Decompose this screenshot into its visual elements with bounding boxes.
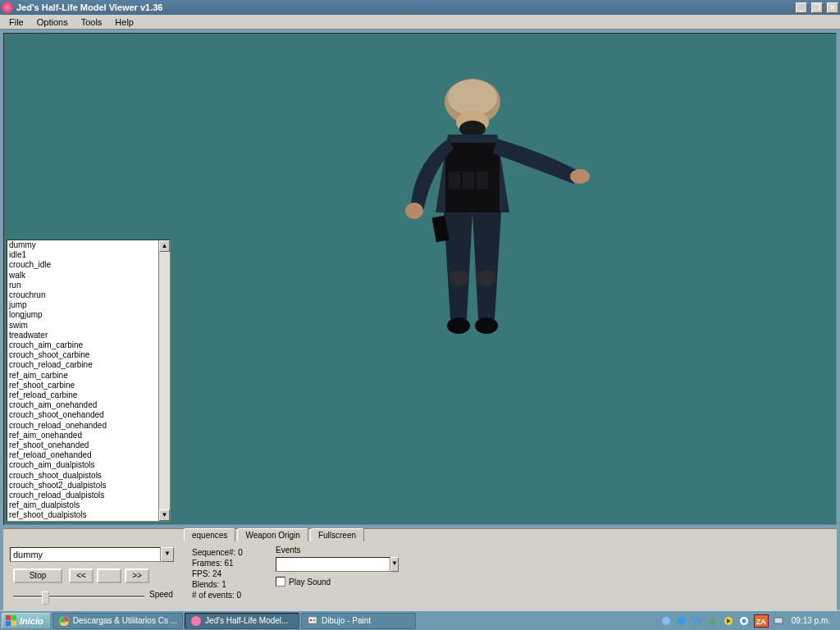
minimize-button[interactable]: _ xyxy=(796,2,807,13)
sequence-item[interactable]: crouch_reload_carbine xyxy=(7,360,158,370)
tab-sequences[interactable]: equences xyxy=(184,528,235,541)
sequence-item[interactable]: crouch_aim_carbine xyxy=(7,340,158,350)
scroll-down-button[interactable]: ▼ xyxy=(159,509,170,521)
playsound-group: Play Sound xyxy=(276,577,331,587)
tray-icon[interactable] xyxy=(676,615,687,627)
chevron-down-icon[interactable]: ▼ xyxy=(390,557,399,572)
events-dropdown[interactable]: ▼ xyxy=(276,557,366,572)
maximize-button[interactable]: ❐ xyxy=(811,2,823,13)
menu-tools[interactable]: Tools xyxy=(75,16,108,28)
fps-label: FPS: xyxy=(192,569,210,578)
app-icon xyxy=(2,2,13,13)
svg-point-21 xyxy=(191,616,201,626)
taskbar-item-2[interactable]: Dibujo - Paint xyxy=(301,613,416,629)
playsound-label: Play Sound xyxy=(289,578,331,587)
tray-icon[interactable] xyxy=(660,615,672,627)
sequence-item[interactable]: ref_shoot_carbine xyxy=(7,381,158,390)
tab-weapon-origin[interactable]: Weapon Origin xyxy=(237,528,308,541)
svg-rect-16 xyxy=(11,615,16,620)
sequence-dropdown[interactable]: ▼ xyxy=(10,547,174,562)
control-panel: equences Weapon Origin Fullscreen ▼ Stop… xyxy=(3,528,837,610)
svg-text:W: W xyxy=(692,615,703,627)
tab-fullscreen[interactable]: Fullscreen xyxy=(310,528,364,541)
stop-button[interactable]: Stop xyxy=(13,568,62,583)
next-frame-button[interactable]: >> xyxy=(125,568,149,583)
sequence-item[interactable]: crouch_idle xyxy=(7,260,158,270)
sequence-item[interactable]: crouch_reload_onehanded xyxy=(7,421,158,431)
sequence-item[interactable]: crouch_shoot2_dualpistols xyxy=(7,481,158,491)
sequence-item[interactable]: ref_shoot_dualpistols xyxy=(7,510,158,520)
sequence-item[interactable]: dummy xyxy=(7,240,158,250)
svg-point-24 xyxy=(313,619,316,621)
svg-rect-5 xyxy=(449,171,460,189)
chrome-icon xyxy=(58,615,70,627)
sequence-item[interactable]: crouch_shoot_carbine xyxy=(7,350,158,360)
tray-icon[interactable] xyxy=(738,615,750,627)
sequence-item[interactable]: run xyxy=(7,281,158,290)
sequence-item[interactable]: jump xyxy=(7,300,158,310)
svg-point-13 xyxy=(447,317,470,334)
sequence-info: Sequence#: 0 Frames: 61 FPS: 24 Blends: … xyxy=(192,547,243,600)
prev-frame-button[interactable]: << xyxy=(69,568,94,583)
svg-rect-6 xyxy=(463,171,474,189)
svg-rect-7 xyxy=(477,171,488,189)
start-button[interactable]: Inicio xyxy=(2,613,51,629)
sequence-item[interactable]: walk xyxy=(7,271,158,281)
menu-options[interactable]: Options xyxy=(31,16,74,28)
tray-icon[interactable] xyxy=(723,615,734,627)
close-button[interactable]: ✕ xyxy=(827,2,838,13)
play-button[interactable] xyxy=(97,568,121,583)
sequence-item[interactable]: ref_shoot_onehanded xyxy=(7,441,158,450)
fps-value: 24 xyxy=(212,569,221,578)
svg-point-8 xyxy=(405,203,423,219)
sequence-item[interactable]: idle1 xyxy=(7,250,158,260)
clock[interactable]: 09:13 p.m. xyxy=(788,616,833,625)
sequence-item[interactable]: ref_reload_onehanded xyxy=(7,450,158,460)
sequence-item[interactable]: swim xyxy=(7,321,158,331)
svg-rect-15 xyxy=(6,615,11,620)
zonealarm-icon[interactable]: ZA xyxy=(754,614,769,628)
tray-icon[interactable]: W xyxy=(692,615,703,627)
slider-thumb[interactable] xyxy=(42,591,49,605)
sequence-item[interactable]: crouch_reload_dualpistols xyxy=(7,491,158,500)
windows-flag-icon xyxy=(6,615,17,627)
window-title: Jed's Half-Life Model Viewer v1.36 xyxy=(16,2,792,12)
sequence-dropdown-input[interactable] xyxy=(10,547,161,562)
speed-label: Speed xyxy=(149,590,173,599)
sequence-item[interactable]: crouch_shoot_dualpistols xyxy=(7,471,158,481)
menu-file[interactable]: File xyxy=(3,16,30,28)
frames-value: 61 xyxy=(224,559,233,568)
listbox-scrollbar[interactable]: ▲ ▼ xyxy=(158,240,170,521)
events-dropdown-input[interactable] xyxy=(276,557,390,572)
scroll-track[interactable] xyxy=(159,252,170,509)
speed-slider[interactable] xyxy=(13,590,144,605)
sequence-item[interactable]: treadwater xyxy=(7,331,158,340)
sequence-item[interactable]: ref_aim_carbine xyxy=(7,371,158,381)
sequence-item[interactable]: crouch_aim_onehanded xyxy=(7,400,158,410)
monitor-icon[interactable] xyxy=(773,615,784,627)
sequence-item[interactable]: crouch_shoot_onehanded xyxy=(7,410,158,420)
blends-label: Blends: xyxy=(192,580,219,589)
sequence-item[interactable]: ref_reload_carbine xyxy=(7,390,158,400)
taskbar-item-1[interactable]: Jed's Half-Life Model... xyxy=(185,613,299,629)
blends-value: 1 xyxy=(221,580,226,589)
sequence-listbox[interactable]: dummyidle1crouch_idlewalkruncrouchrunjum… xyxy=(7,240,171,522)
chevron-down-icon[interactable]: ▼ xyxy=(161,547,174,562)
playsound-checkbox[interactable] xyxy=(276,577,285,587)
scroll-up-button[interactable]: ▲ xyxy=(159,240,170,252)
sequence-item[interactable]: ref_aim_onehanded xyxy=(7,431,158,441)
menubar: File Options Tools Help xyxy=(0,15,840,30)
svg-point-23 xyxy=(310,619,313,621)
events-count-value: 0 xyxy=(236,591,241,600)
svg-point-9 xyxy=(570,169,590,184)
sequence-item[interactable]: longjump xyxy=(7,310,158,320)
events-count-label: # of events: xyxy=(192,591,235,600)
menu-help[interactable]: Help xyxy=(109,16,139,28)
sequence-item[interactable]: crouch_aim_dualpistols xyxy=(7,460,158,470)
sequence-item[interactable]: crouchrun xyxy=(7,290,158,300)
sequence-item[interactable]: ref_aim_dualpistols xyxy=(7,500,158,510)
model-preview xyxy=(378,73,608,385)
tray-icon[interactable] xyxy=(707,615,719,627)
taskbar-item-0[interactable]: Descargas & Utilitarios Cs ... xyxy=(52,613,183,629)
seqnum-label: Sequence#: xyxy=(192,548,235,557)
